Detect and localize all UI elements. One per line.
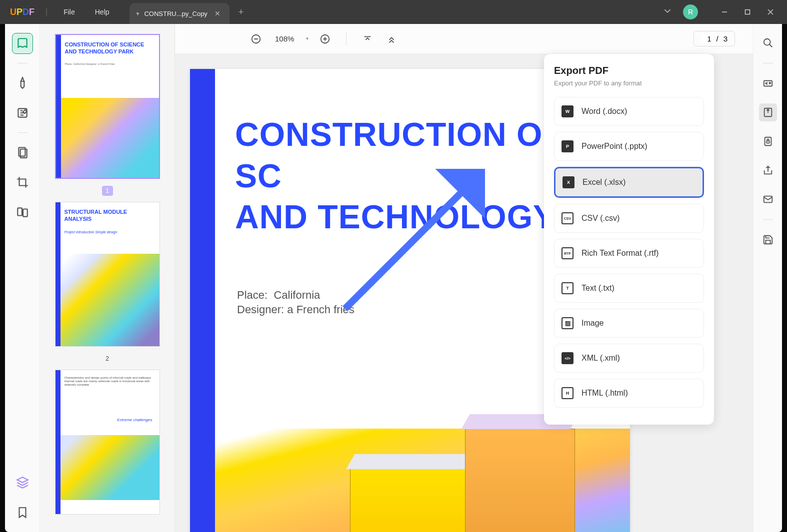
- export-option-html[interactable]: H HTML (.html): [554, 379, 704, 408]
- thumbnail-panel[interactable]: CONSTRUCTION OF SCIENCE AND TECHNOLOGY P…: [40, 24, 175, 532]
- thumb-subtitle: Extreme challenges: [117, 418, 152, 422]
- svg-marker-9: [17, 477, 28, 483]
- export-label: Text (.txt): [582, 284, 614, 293]
- export-panel-title: Export PDF: [554, 65, 704, 76]
- export-option-powerpoint[interactable]: P PowerPoint (.pptx): [554, 132, 704, 161]
- page-indicator: / 3: [694, 31, 735, 46]
- document-tab[interactable]: ▼ CONSTRU...py_Copy ✕: [130, 3, 230, 24]
- user-avatar[interactable]: R: [683, 4, 698, 19]
- export-label: Excel (.xlsx): [582, 178, 626, 187]
- export-option-excel[interactable]: X Excel (.xlsx): [554, 167, 704, 198]
- page-number-badge: 1: [102, 186, 113, 196]
- left-tool-rail: [5, 24, 40, 532]
- compare-tool-button[interactable]: [12, 202, 33, 223]
- export-label: Image: [582, 319, 604, 328]
- minimize-button[interactable]: [713, 4, 736, 19]
- excel-icon: X: [562, 176, 574, 188]
- image-icon: ▨: [562, 317, 574, 329]
- word-icon: W: [562, 105, 574, 117]
- app-logo: UPDF: [5, 7, 40, 17]
- tab-close-icon[interactable]: ✕: [212, 8, 224, 18]
- svg-rect-8: [23, 209, 28, 217]
- export-option-image[interactable]: ▨ Image: [554, 309, 704, 338]
- svg-rect-23: [766, 141, 770, 143]
- svg-rect-7: [18, 208, 22, 215]
- tab-title: CONSTRU...py_Copy: [144, 10, 207, 17]
- view-toolbar: 108% ▼ / 3: [175, 24, 753, 54]
- export-option-word[interactable]: W Word (.docx): [554, 97, 704, 126]
- page-thumbnail[interactable]: CONSTRUCTION OF SCIENCE AND TECHNOLOGY P…: [55, 34, 160, 179]
- thumb-title: CONSTRUCTION OF SCIENCE AND TECHNOLOGY P…: [56, 35, 159, 57]
- page-number-label: 2: [102, 354, 113, 364]
- rtf-icon: RTF: [562, 247, 574, 259]
- export-label: Rich Text Format (.rtf): [582, 249, 658, 258]
- text-icon: T: [562, 282, 574, 294]
- pages-tool-button[interactable]: [12, 142, 33, 163]
- maximize-button[interactable]: [736, 4, 759, 19]
- export-button[interactable]: [759, 103, 777, 121]
- export-label: XML (.xml): [582, 354, 620, 363]
- edit-text-button[interactable]: [12, 102, 33, 123]
- total-pages: 3: [724, 34, 728, 43]
- ocr-button[interactable]: [759, 74, 777, 92]
- zoom-out-button[interactable]: [248, 31, 264, 47]
- xml-icon: </>: [562, 352, 574, 364]
- separator: [18, 132, 28, 133]
- export-label: CSV (.csv): [582, 214, 620, 223]
- export-label: HTML (.html): [582, 389, 628, 398]
- zoom-dropdown-icon[interactable]: ▼: [305, 36, 309, 41]
- tab-add-button[interactable]: +: [238, 7, 244, 17]
- window-controls: [713, 4, 782, 19]
- window-dropdown-icon[interactable]: [662, 5, 673, 18]
- export-option-rtf[interactable]: RTF Rich Text Format (.rtf): [554, 239, 704, 268]
- search-button[interactable]: [759, 34, 777, 52]
- export-label: Word (.docx): [582, 107, 627, 116]
- svg-line-19: [769, 44, 772, 47]
- crop-tool-button[interactable]: [12, 172, 33, 193]
- bookmark-button[interactable]: [12, 502, 33, 523]
- email-button[interactable]: [759, 190, 777, 208]
- layers-button[interactable]: [12, 472, 33, 493]
- menu-help[interactable]: Help: [85, 4, 120, 20]
- tab-dropdown-icon[interactable]: ▼: [136, 11, 140, 16]
- menu-file[interactable]: File: [54, 4, 85, 20]
- powerpoint-icon: P: [562, 140, 574, 152]
- titlebar: UPDF | File Help ▼ CONSTRU...py_Copy ✕ +…: [0, 0, 787, 24]
- save-button[interactable]: [759, 231, 777, 249]
- first-page-button[interactable]: [360, 31, 376, 47]
- zoom-level: 108%: [272, 34, 297, 43]
- prev-page-button[interactable]: [384, 31, 400, 47]
- reader-mode-button[interactable]: [12, 33, 33, 54]
- right-tool-rail: [753, 24, 782, 532]
- page-separator: /: [716, 34, 718, 43]
- doc-illustration: [215, 429, 630, 532]
- tab-bar: ▼ CONSTRU...py_Copy ✕ +: [130, 0, 244, 24]
- export-pdf-panel: Export PDF Export your PDF to any format…: [544, 54, 714, 425]
- svg-point-18: [764, 39, 770, 45]
- close-window-button[interactable]: [759, 4, 782, 19]
- protect-button[interactable]: [759, 132, 777, 150]
- export-option-xml[interactable]: </> XML (.xml): [554, 344, 704, 373]
- zoom-in-button[interactable]: [317, 31, 333, 47]
- thumb-subtitle: Place: California Designer: a French fri…: [56, 57, 159, 66]
- svg-rect-1: [746, 10, 750, 14]
- main-area: 108% ▼ / 3 CONSTRUCTION OF SC: [175, 24, 753, 532]
- export-option-text[interactable]: T Text (.txt): [554, 274, 704, 303]
- page-thumbnail[interactable]: Characteristics and design points of inf…: [55, 370, 160, 515]
- csv-icon: CSV: [562, 212, 574, 224]
- export-option-csv[interactable]: CSV CSV (.csv): [554, 204, 704, 233]
- current-page-input[interactable]: [701, 34, 711, 43]
- share-button[interactable]: [759, 161, 777, 179]
- thumb-subtitle: Project introduction Simple design: [56, 225, 160, 234]
- page-thumbnail[interactable]: STRUCTURAL MODULE ANALYSIS Project intro…: [55, 202, 160, 347]
- export-label: PowerPoint (.pptx): [582, 142, 648, 151]
- thumb-title: STRUCTURAL MODULE ANALYSIS: [56, 202, 160, 225]
- highlight-tool-button[interactable]: [12, 72, 33, 93]
- html-icon: H: [562, 387, 574, 399]
- export-panel-subtitle: Export your PDF to any format: [554, 79, 704, 87]
- separator: [18, 63, 28, 63]
- separator: |: [46, 7, 48, 16]
